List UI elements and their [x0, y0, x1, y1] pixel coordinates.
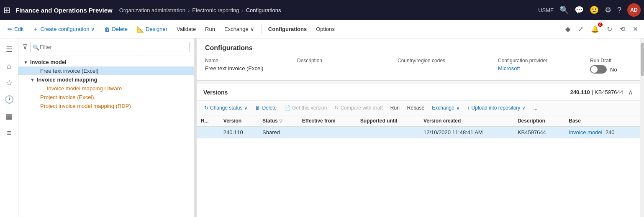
tree-item-project-rdp[interactable]: Project invoice model mapping (RDP): [18, 102, 194, 110]
cell-version-created: 12/10/2020 11:48:41 AM: [419, 127, 513, 138]
breadcrumb-sep-1: ›: [188, 7, 190, 13]
breadcrumb-sep-2: ›: [241, 7, 243, 13]
run-draft-section: Run Draft No: [590, 58, 617, 74]
diamond-icon[interactable]: ◆: [563, 23, 573, 35]
history-icon[interactable]: ⟲: [617, 23, 628, 35]
cell-effective-from: [298, 127, 356, 138]
filter-bar: ⊽ 🔍: [18, 38, 194, 56]
config-field-provider-label: Configuration provider: [498, 58, 573, 64]
tree-item-project-invoice[interactable]: Project invoice (Excel): [18, 93, 194, 102]
validate-button[interactable]: Validate: [172, 24, 200, 34]
versions-title: Versions: [203, 89, 565, 96]
help-icon[interactable]: ?: [617, 6, 621, 15]
breadcrumb-org-admin[interactable]: Organization administration: [119, 7, 185, 13]
table-header-row: R... Version Status ▽ Effective from Sup…: [197, 115, 640, 127]
command-bar: ✏ Edit ＋ Create configuration ∨ 🗑 Delete…: [0, 20, 644, 38]
compare-with-draft-button[interactable]: ↻ Compare with draft: [331, 103, 386, 112]
config-field-desc-value: [297, 65, 381, 73]
options-button[interactable]: Options: [312, 24, 339, 34]
scrollbar-thumb: [641, 43, 644, 76]
tree-item-label-litware: Invoice model mapping Litware: [47, 85, 122, 92]
table-row[interactable]: 240.110 Shared 12/10/2020 11:48:41 AM KB…: [197, 127, 640, 138]
cell-base-num: 240: [606, 129, 615, 135]
configurations-button[interactable]: Configurations: [264, 24, 311, 34]
right-content-panel: Configurations Name Free text invoice (E…: [197, 38, 640, 217]
upload-repo-button[interactable]: ↑ Upload into repository ∨: [464, 103, 529, 112]
cell-status: Shared: [258, 127, 298, 138]
clock-icon[interactable]: 🕐: [2, 92, 17, 107]
versions-run-button[interactable]: Run: [387, 103, 403, 112]
versions-section: Versions 240.110 | KB4597644 ∧ ↻ Change …: [197, 84, 640, 217]
cell-row-indicator: [197, 127, 219, 138]
run-button[interactable]: Run: [201, 24, 219, 34]
app-title: Finance and Operations Preview: [15, 7, 113, 14]
versions-exchange-button[interactable]: Exchange ∨: [428, 103, 463, 112]
add-icon: ＋: [33, 26, 38, 33]
refresh-icon[interactable]: ↻: [604, 23, 615, 35]
cell-base-link[interactable]: Invoice model: [569, 129, 602, 135]
config-field-desc-label: Description: [297, 58, 381, 64]
edit-button[interactable]: ✏ Edit: [3, 24, 28, 34]
expand-icon-invoice-model: ▼: [23, 60, 30, 65]
breadcrumb: Organization administration › Electronic…: [119, 7, 538, 13]
badge-icon[interactable]: 🔔0: [588, 23, 602, 35]
versions-toolbar: ↻ Change status ∨ 🗑 Delete 📄 Get this ve…: [197, 101, 640, 115]
close-icon[interactable]: ✕: [630, 23, 641, 35]
exchange-dropdown-icon: ∨: [250, 26, 254, 32]
filter-icon[interactable]: ⊽: [23, 43, 28, 51]
tree-item-free-text-excel[interactable]: Free text invoice (Excel): [18, 66, 194, 75]
change-status-button[interactable]: ↻ Change status ∨: [201, 103, 251, 112]
expand-icon[interactable]: ⤢: [575, 23, 586, 35]
run-draft-toggle[interactable]: [590, 65, 607, 74]
more-button[interactable]: ...: [530, 103, 541, 112]
th-version: Version: [219, 115, 258, 127]
right-scrollbar[interactable]: [640, 38, 644, 217]
home-icon[interactable]: ⌂: [2, 59, 17, 74]
breadcrumb-electronic-reporting[interactable]: Electronic reporting: [192, 7, 239, 13]
versions-delete-button[interactable]: 🗑 Delete: [252, 103, 280, 112]
th-version-created: Version created: [419, 115, 513, 127]
th-description: Description: [513, 115, 564, 127]
calendar-icon[interactable]: ▦: [2, 109, 17, 124]
rebase-button[interactable]: Rebase: [404, 103, 428, 112]
kb-number-label: KB4597644: [595, 89, 623, 95]
expand-icon-invoice-mapping: ▼: [30, 77, 37, 82]
avatar[interactable]: AD: [627, 3, 641, 17]
smiley-icon[interactable]: 🙂: [590, 5, 599, 15]
designer-icon: 📐: [137, 26, 144, 33]
change-status-icon: ↻: [204, 105, 208, 111]
designer-button[interactable]: 📐 Designer: [133, 24, 172, 34]
create-config-button[interactable]: ＋ Create configuration ∨: [28, 24, 99, 35]
resize-handle[interactable]: [194, 38, 197, 217]
th-status: Status ▽: [258, 115, 298, 127]
left-tree-panel: ⊽ 🔍 ▼ Invoice model Free text invoice (E…: [18, 38, 194, 217]
tree-item-invoice-mapping[interactable]: ▼ Invoice model mapping: [18, 75, 194, 84]
list-icon[interactable]: ≡: [2, 125, 17, 140]
get-this-version-button[interactable]: 📄 Get this version: [281, 103, 330, 112]
run-draft-label: Run Draft: [590, 58, 617, 64]
config-field-name-value: Free text invoice (Excel): [205, 65, 280, 73]
delete-button[interactable]: 🗑 Delete: [100, 24, 132, 34]
config-fields: Name Free text invoice (Excel) Descripti…: [205, 58, 631, 74]
main-layout: ☰ ⌂ ☆ 🕐 ▦ ≡ ⊽ 🔍 ▼ Invoice model Free tex…: [0, 38, 644, 217]
top-nav-right: USMF 🔍 💬 🙂 ⚙ ? AD: [538, 3, 641, 17]
config-field-provider-value[interactable]: Microsoft: [498, 65, 573, 73]
versions-header: Versions 240.110 | KB4597644 ∧: [197, 84, 640, 101]
chat-icon[interactable]: 💬: [575, 5, 584, 15]
filter-input[interactable]: [30, 42, 190, 52]
edit-icon: ✏: [8, 26, 13, 33]
toggle-wrap: No: [590, 65, 617, 74]
breadcrumb-configurations: Configurations: [246, 7, 281, 13]
star-icon[interactable]: ☆: [2, 75, 17, 90]
search-icon[interactable]: 🔍: [559, 5, 569, 15]
tree-item-invoice-model[interactable]: ▼ Invoice model: [18, 58, 194, 66]
tree-item-litware[interactable]: Invoice model mapping Litware: [18, 84, 194, 93]
delete-icon: 🗑: [104, 26, 110, 33]
status-filter-icon[interactable]: ▽: [279, 119, 282, 123]
gear-icon[interactable]: ⚙: [605, 5, 611, 15]
versions-collapse-icon[interactable]: ∧: [628, 88, 633, 96]
hamburger-icon[interactable]: ☰: [2, 42, 17, 57]
grid-icon[interactable]: ⊞: [3, 5, 10, 15]
exchange-button[interactable]: Exchange ∨: [220, 24, 259, 34]
version-number-label: 240.110: [570, 89, 590, 95]
